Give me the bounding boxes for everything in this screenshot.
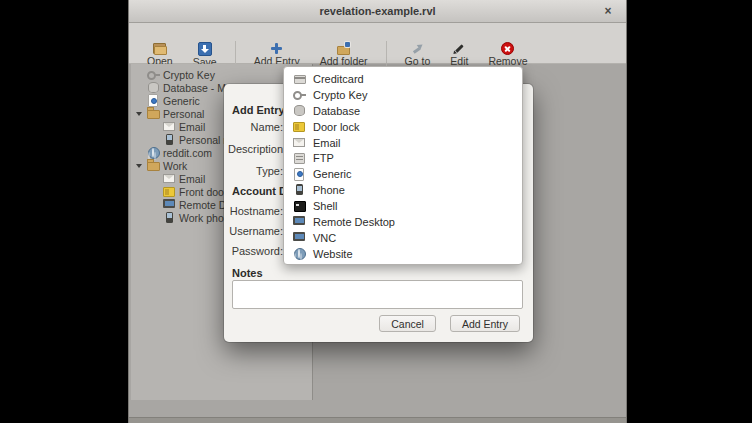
toolbar-button[interactable]: Go to — [386, 41, 441, 66]
tree-item-label: Front door — [179, 186, 227, 198]
type-label: Type: — [228, 165, 283, 177]
description-label: Description: — [228, 143, 283, 155]
dropdown-item[interactable]: Remote Desktop — [284, 214, 522, 230]
dropdown-item[interactable]: FTP — [284, 150, 522, 166]
remote-desktop-icon — [163, 198, 176, 211]
dropdown-item[interactable]: Door lock — [284, 119, 522, 135]
dialog-button-row: Cancel Add Entry — [224, 315, 520, 332]
window-title: revelation-example.rvl — [319, 5, 435, 17]
key-icon — [293, 88, 306, 101]
dropdown-item[interactable]: VNC — [284, 230, 522, 246]
shell-icon — [293, 200, 306, 213]
titlebar: revelation-example.rvl × — [129, 0, 626, 23]
notes-label: Notes — [232, 267, 263, 279]
dropdown-item-label: Database — [313, 105, 360, 117]
toolbar-button[interactable]: Add folder — [310, 41, 378, 66]
dropdown-item-label: VNC — [313, 232, 336, 244]
dropdown-item-label: Shell — [313, 200, 337, 212]
expander-icon[interactable] — [135, 159, 144, 172]
notes-textarea[interactable] — [232, 280, 523, 309]
tree-item-label: reddit.com — [163, 147, 212, 159]
ftp-icon — [293, 152, 306, 165]
toolbar-button-label: Add folder — [320, 56, 368, 66]
phone-icon — [163, 133, 176, 146]
doorlock-icon — [293, 120, 306, 133]
email-icon — [163, 172, 176, 185]
website-icon — [147, 146, 160, 159]
remove-icon — [501, 42, 514, 55]
vnc-icon — [293, 231, 306, 244]
tree-item-label: Crypto Key — [163, 69, 215, 81]
screen: revelation-example.rvl × Open Save Add E… — [0, 0, 752, 423]
section-header-add-entry: Add Entry — [232, 104, 285, 116]
folder-icon — [147, 159, 160, 172]
generic-icon — [147, 94, 160, 107]
dropdown-item[interactable]: Generic — [284, 166, 522, 182]
tree-item-label: Generic — [163, 95, 200, 107]
dropdown-item[interactable]: Phone — [284, 182, 522, 198]
database-icon — [293, 104, 306, 117]
tree-item-label: Email — [179, 121, 205, 133]
email-icon — [163, 120, 176, 133]
cancel-button[interactable]: Cancel — [379, 315, 436, 332]
website-icon — [293, 247, 306, 260]
doorlock-icon — [163, 185, 176, 198]
key-icon — [147, 68, 160, 81]
tree-item-label: Email — [179, 173, 205, 185]
dropdown-item[interactable]: Creditcard — [284, 71, 522, 87]
dropdown-item-label: Email — [313, 137, 341, 149]
remote-desktop-icon — [293, 215, 306, 228]
dropdown-item-label: Remote Desktop — [313, 216, 395, 228]
tree-item-label: Personal — [163, 108, 204, 120]
add-folder-icon — [337, 42, 350, 55]
dropdown-item-label: Door lock — [313, 121, 359, 133]
phone-icon — [293, 184, 306, 197]
toolbar-button[interactable]: Open — [137, 41, 183, 66]
dropdown-item[interactable]: Email — [284, 135, 522, 151]
toolbar-button-label: Go to — [405, 56, 431, 66]
close-icon[interactable]: × — [600, 3, 616, 19]
password-label: Password: — [228, 245, 283, 257]
toolbar-button[interactable]: Add Entry — [235, 41, 310, 66]
go-to-icon — [411, 42, 424, 55]
dropdown-item[interactable]: Crypto Key — [284, 87, 522, 103]
dropdown-item[interactable]: Database — [284, 103, 522, 119]
phone-icon — [163, 211, 176, 224]
dropdown-item[interactable]: Shell — [284, 198, 522, 214]
dropdown-item-label: Website — [313, 248, 353, 260]
toolbar: Open Save Add Entry Add folder Go to Edi… — [129, 41, 626, 64]
generic-icon — [293, 168, 306, 181]
add-entry-submit-button[interactable]: Add Entry — [450, 315, 520, 332]
folder-icon — [147, 107, 160, 120]
email-icon — [293, 136, 306, 149]
dropdown-item-label: Generic — [313, 168, 352, 180]
type-dropdown-popup: Creditcard Crypto Key Database Door lock… — [283, 66, 523, 265]
edit-pencil-icon — [453, 42, 466, 55]
add-entry-icon — [270, 42, 283, 55]
database-icon — [147, 81, 160, 94]
statusbar — [129, 417, 626, 423]
save-icon — [198, 42, 212, 56]
dropdown-item[interactable]: Website — [284, 246, 522, 262]
toolbar-button-label: Edit — [450, 56, 468, 66]
dropdown-item-label: Crypto Key — [313, 89, 367, 101]
expander-icon[interactable] — [135, 107, 144, 120]
creditcard-icon — [293, 72, 306, 85]
tree-item-label: Work — [163, 160, 187, 172]
open-folder-icon — [153, 42, 166, 55]
dropdown-item-label: FTP — [313, 152, 334, 164]
dropdown-item-label: Creditcard — [313, 73, 364, 85]
name-label: Name: — [228, 121, 283, 133]
toolbar-button[interactable]: Edit — [440, 41, 478, 66]
username-label: Username: — [228, 225, 283, 237]
dropdown-item-label: Phone — [313, 184, 345, 196]
hostname-label: Hostname: — [228, 205, 283, 217]
menubar — [129, 23, 626, 41]
toolbar-button-label: Remove — [488, 56, 527, 66]
toolbar-button[interactable]: Remove — [478, 41, 537, 66]
